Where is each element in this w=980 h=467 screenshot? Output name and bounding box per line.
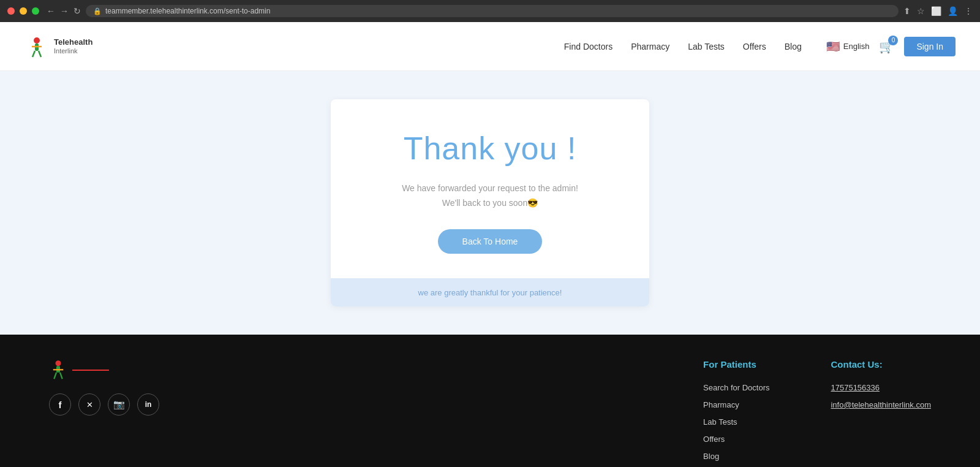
thank-you-title: Thank you ! [355, 130, 625, 167]
browser-nav-icons: ← → ↻ [47, 6, 81, 16]
contact-email[interactable]: info@telehealthinterlink.com [831, 400, 931, 409]
fp-search-doctors[interactable]: Search for Doctors [703, 383, 769, 392]
site-footer: f ✕ 📷 in For Patients Search for Doctors… [0, 335, 980, 467]
fp-offers[interactable]: Offers [703, 435, 725, 444]
card-footer: we are greatly thankful for your patienc… [331, 278, 649, 306]
linkedin-icon: in [145, 400, 152, 409]
logo-interlink: Interlink [54, 47, 92, 55]
svg-line-4 [39, 51, 41, 57]
nav-lab-tests[interactable]: Lab Tests [688, 42, 725, 51]
card-footer-text: we are greatly thankful for your patienc… [418, 288, 562, 297]
logo-telehealth: Telehealth [54, 37, 92, 47]
fp-lab-tests[interactable]: Lab Tests [703, 417, 737, 427]
forward-icon[interactable]: → [60, 6, 69, 16]
language-label: English [843, 42, 870, 51]
thank-you-card: Thank you ! We have forwarded your reque… [331, 99, 649, 306]
contact-heading: Contact Us: [831, 359, 931, 370]
contact-links: 17575156336 info@telehealthinterlink.com [831, 382, 931, 410]
back-icon[interactable]: ← [47, 6, 55, 16]
browser-btn-maximize[interactable] [32, 7, 39, 15]
svg-point-5 [56, 360, 61, 366]
back-home-button[interactable]: Back To Home [438, 229, 543, 254]
lock-icon: 🔒 [93, 7, 102, 15]
cart-badge: 0 [888, 36, 898, 45]
for-patients-heading: For Patients [703, 359, 769, 370]
nav-offers[interactable]: Offers [743, 42, 766, 51]
share-icon[interactable]: ⬆ [903, 6, 911, 16]
menu-icon[interactable]: ⋮ [964, 6, 973, 16]
social-instagram[interactable]: 📷 [108, 393, 130, 416]
footer-right: For Patients Search for Doctors Pharmacy… [196, 359, 931, 461]
contact-phone[interactable]: 17575156336 [831, 383, 880, 392]
footer-left: f ✕ 📷 in [49, 359, 159, 461]
card-message: We have forwarded your request to the ad… [355, 181, 625, 211]
cart-button[interactable]: 🛒 0 [879, 39, 894, 54]
social-icons: f ✕ 📷 in [49, 393, 159, 416]
flag-icon: 🇺🇸 [826, 40, 840, 53]
card-body: Thank you ! We have forwarded your reque… [331, 99, 649, 278]
bookmark-icon[interactable]: ☆ [917, 6, 925, 16]
message-line1: We have forwarded your request to the ad… [402, 183, 578, 193]
svg-point-0 [34, 37, 40, 44]
svg-line-8 [54, 373, 56, 379]
main-content: Thank you ! We have forwarded your reque… [0, 71, 980, 335]
site-header: Telehealth Interlink Find Doctors Pharma… [0, 22, 980, 71]
browser-right-icons: ⬆ ☆ ⬜ 👤 ⋮ [903, 6, 973, 16]
split-view-icon[interactable]: ⬜ [931, 6, 941, 16]
message-line2: We'll back to you soon😎 [442, 198, 538, 208]
instagram-icon: 📷 [113, 399, 125, 410]
logo-svg [24, 34, 49, 59]
header-right: 🇺🇸 English 🛒 0 Sign In [826, 37, 956, 56]
fp-pharmacy[interactable]: Pharmacy [703, 400, 739, 409]
address-bar[interactable]: 🔒 teammember.telehealthinterlink.com/sen… [86, 5, 899, 17]
main-nav: Find Doctors Pharmacy Lab Tests Offers B… [564, 41, 802, 52]
language-selector[interactable]: 🇺🇸 English [826, 40, 870, 53]
social-twitter[interactable]: ✕ [78, 393, 100, 416]
browser-btn-close[interactable] [7, 7, 15, 15]
nav-blog[interactable]: Blog [785, 42, 802, 51]
logo-text: Telehealth Interlink [54, 37, 92, 55]
twitter-icon: ✕ [86, 400, 93, 409]
refresh-icon[interactable]: ↻ [74, 6, 81, 16]
browser-chrome: ← → ↻ 🔒 teammember.telehealthinterlink.c… [0, 0, 980, 22]
svg-line-9 [60, 373, 62, 379]
fp-blog[interactable]: Blog [703, 452, 719, 461]
facebook-icon: f [59, 400, 62, 410]
nav-pharmacy[interactable]: Pharmacy [631, 42, 669, 51]
signin-button[interactable]: Sign In [904, 37, 956, 56]
social-linkedin[interactable]: in [137, 393, 159, 416]
url-text: teammember.telehealthinterlink.com/sent-… [105, 7, 270, 15]
footer-for-patients: For Patients Search for Doctors Pharmacy… [703, 359, 769, 461]
for-patients-links: Search for Doctors Pharmacy Lab Tests Of… [703, 382, 769, 461]
nav-find-doctors[interactable]: Find Doctors [564, 42, 612, 51]
footer-logo-icon [49, 359, 67, 381]
footer-logo [49, 359, 159, 381]
svg-line-3 [32, 51, 35, 57]
footer-logo-line [72, 370, 109, 371]
profile-icon[interactable]: 👤 [948, 6, 958, 16]
logo: Telehealth Interlink [24, 34, 92, 59]
footer-contact: Contact Us: 17575156336 info@telehealthi… [831, 359, 931, 461]
browser-btn-minimize[interactable] [20, 7, 27, 15]
social-facebook[interactable]: f [49, 393, 71, 416]
